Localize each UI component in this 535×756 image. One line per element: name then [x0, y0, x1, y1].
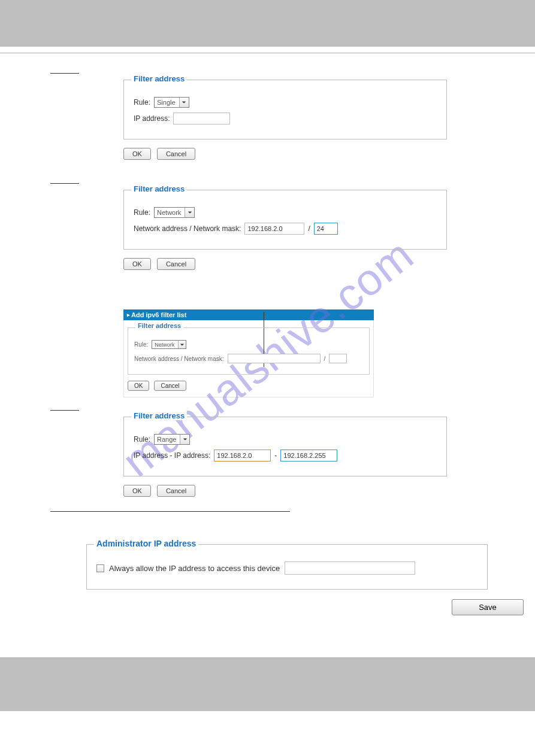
ipv6-header-bar: ▸ Add ipv6 filter list: [123, 309, 374, 320]
rule-select-ipv6[interactable]: Network: [152, 340, 186, 349]
rule-value-network: Network: [155, 209, 185, 216]
rule-label-network: Rule:: [134, 208, 150, 217]
ipv6-bar-title: Add ipv6 filter list: [131, 311, 186, 318]
rule-label-single: Rule:: [134, 98, 150, 107]
rule-select-range[interactable]: Range: [154, 434, 190, 445]
fieldset-range: Filter address Rule: Range IP address - …: [123, 417, 447, 476]
admin-ip-input[interactable]: [285, 561, 415, 575]
dash-separator: -: [274, 451, 277, 460]
fieldset-single: Filter address Rule: Single IP address:: [123, 80, 447, 139]
always-allow-checkbox[interactable]: [96, 564, 104, 572]
cancel-button-network[interactable]: Cancel: [157, 258, 195, 270]
rule-value-ipv6: Network: [152, 342, 178, 348]
save-button[interactable]: Save: [452, 599, 524, 615]
fieldset-ipv6: Filter address Rule: Network Network add…: [128, 327, 370, 375]
network-mask-input[interactable]: [314, 223, 338, 235]
section-marker-single: [50, 68, 79, 74]
always-allow-label: Always allow the IP address to access th…: [109, 564, 280, 573]
range-label: IP address - IP address:: [134, 451, 210, 460]
network-address-input[interactable]: [244, 223, 304, 235]
header-bar: [0, 0, 535, 47]
page-content: manualshive.com Filter address Rule: Sin…: [0, 53, 535, 639]
legend-network: Filter address: [131, 184, 187, 193]
legend-range: Filter address: [131, 411, 187, 420]
cancel-button-range[interactable]: Cancel: [157, 485, 195, 497]
footer-bar: [0, 657, 535, 711]
section-marker-network: [50, 178, 79, 184]
ipv6-panel: Filter address Rule: Network Network add…: [123, 320, 374, 397]
rule-label-ipv6: Rule:: [134, 341, 148, 348]
ok-button-single[interactable]: OK: [123, 148, 151, 160]
chevron-down-icon: [179, 98, 189, 107]
legend-admin: Administrator IP address: [94, 539, 198, 548]
rule-select-network[interactable]: Network: [154, 207, 195, 218]
rule-select-single[interactable]: Single: [154, 97, 189, 108]
chevron-down-icon: [185, 208, 194, 217]
cancel-button-ipv6[interactable]: Cancel: [154, 381, 186, 391]
rule-label-range: Rule:: [134, 435, 150, 444]
section-divider: [50, 511, 290, 512]
legend-single: Filter address: [131, 74, 187, 83]
rule-value-single: Single: [155, 99, 179, 106]
chevron-down-icon: [180, 435, 189, 444]
mask-label-network: Network address / Network mask:: [134, 224, 241, 233]
ok-button-ipv6[interactable]: OK: [128, 381, 149, 391]
slash-separator-ipv6: /: [324, 356, 326, 362]
triangle-icon: ▸: [127, 312, 130, 318]
chevron-down-icon: [178, 341, 186, 348]
legend-ipv6: Filter address: [135, 322, 183, 329]
ip-label-single: IP address:: [134, 114, 170, 123]
fieldset-admin: Administrator IP address Always allow th…: [86, 544, 488, 590]
ok-button-range[interactable]: OK: [123, 485, 151, 497]
cancel-button-single[interactable]: Cancel: [157, 148, 195, 160]
ipv6-address-input[interactable]: [228, 354, 321, 363]
range-from-input[interactable]: [214, 450, 271, 462]
section-marker-range: [50, 405, 79, 411]
range-to-input[interactable]: [280, 450, 337, 462]
rule-value-range: Range: [155, 436, 180, 443]
ip-input-single[interactable]: [173, 113, 230, 125]
slash-separator: /: [308, 224, 310, 233]
mask-label-ipv6: Network address / Network mask:: [134, 356, 224, 362]
ipv6-mask-input[interactable]: [329, 354, 347, 363]
fieldset-network: Filter address Rule: Network Network add…: [123, 190, 447, 250]
ok-button-network[interactable]: OK: [123, 258, 151, 270]
